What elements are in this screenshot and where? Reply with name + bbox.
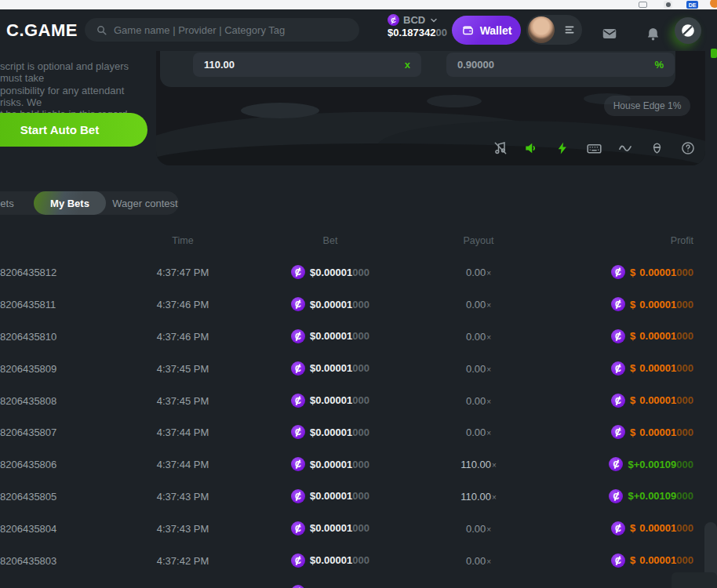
- wallet-button[interactable]: Wallet: [452, 16, 521, 45]
- avatar[interactable]: [528, 16, 555, 43]
- bcd-coin-icon: [611, 361, 625, 376]
- payout-input[interactable]: 110.00 x: [193, 53, 421, 77]
- bet-id: 8206435805: [0, 490, 56, 502]
- bet-row[interactable]: 8206435810 4:37:46 PM $0.00001000 0.00× …: [0, 321, 717, 353]
- question-icon: [680, 140, 696, 156]
- bet-row[interactable]: 8206435811 4:37:46 PM $0.00001000 0.00× …: [0, 289, 717, 321]
- bcd-coin-icon: [609, 489, 623, 503]
- bet-row[interactable]: 8206435803 4:37:42 PM $0.00001000 0.00× …: [0, 544, 717, 576]
- bet-amount-cell: $0.00001000: [291, 265, 369, 279]
- help-button[interactable]: [678, 138, 698, 158]
- column-header-bet: Bet: [295, 235, 366, 246]
- bet-id: 8206435811: [0, 299, 56, 310]
- circle-slash-icon: [679, 22, 697, 39]
- bcd-coin-icon: [611, 297, 625, 311]
- sound-toggle-button[interactable]: [521, 138, 541, 158]
- keyboard-icon: [586, 140, 602, 157]
- bet-amount-cell: $0.00001000: [291, 554, 369, 568]
- bet-payout-cell: 110.00×: [435, 459, 522, 470]
- bet-payout-cell: 0.00×: [435, 554, 522, 566]
- bet-amount-cell: [291, 585, 310, 588]
- multiplier-suffix: x: [405, 59, 410, 71]
- bet-row[interactable]: 8206435804 4:37:43 PM $0.00001000 0.00× …: [0, 512, 717, 544]
- user-menu[interactable]: [526, 15, 582, 45]
- chevron-down-icon: [429, 16, 439, 25]
- column-header-time: Time: [140, 235, 226, 246]
- acorn-icon: [650, 141, 664, 156]
- bet-profit-cell: $0.00001000: [611, 297, 693, 311]
- notifications-button[interactable]: [642, 23, 664, 45]
- stone-decoration: [427, 95, 482, 107]
- browser-extension-de-badge[interactable]: DE: [686, 1, 698, 9]
- bet-row[interactable]: 8206435808 4:37:45 PM $0.00001000 0.00× …: [0, 384, 717, 416]
- bcd-coin-icon: [291, 329, 305, 343]
- bet-id: 8206435803: [0, 554, 56, 566]
- browser-extension-icon[interactable]: [664, 1, 672, 9]
- browser-extension-icon[interactable]: [710, 0, 717, 8]
- column-header-payout: Payout: [435, 235, 522, 246]
- bet-profit-cell: $0.00001000: [611, 425, 693, 439]
- stone-decoration: [241, 103, 319, 118]
- bet-row[interactable]: 8206435807 4:37:44 PM $0.00001000 0.00× …: [0, 416, 717, 448]
- music-toggle-button[interactable]: [490, 138, 511, 158]
- bet-row[interactable]: 8206435805 4:37:43 PM $0.00001000 110.00…: [0, 481, 717, 513]
- bet-id: 8206435804: [0, 522, 56, 534]
- bcd-coin-icon: [291, 554, 305, 568]
- quick-action-button[interactable]: [675, 17, 701, 44]
- seeds-button[interactable]: [646, 138, 667, 158]
- bet-id: 8206435812: [0, 267, 56, 278]
- currency-selector[interactable]: BCD $0.18734200: [388, 14, 449, 46]
- bcd-coin-icon: [611, 554, 625, 568]
- bet-payout-cell: 0.00×: [435, 362, 522, 374]
- bcd-coin-icon: [291, 297, 305, 311]
- bet-amount-cell: $0.00001000: [291, 489, 369, 503]
- trends-button[interactable]: [615, 138, 635, 158]
- bet-profit-cell: $0.00001000: [611, 521, 693, 535]
- currency-code: BCD: [403, 14, 425, 26]
- start-auto-bet-button[interactable]: Start Auto Bet: [0, 113, 147, 147]
- bcd-coin-icon: [611, 329, 625, 343]
- search-input[interactable]: [114, 24, 348, 36]
- bet-amount-cell: $0.00001000: [291, 457, 369, 471]
- bet-payout-cell: 110.00×: [435, 490, 522, 502]
- bet-time: 4:37:44 PM: [140, 426, 226, 438]
- bet-time: 4:37:46 PM: [140, 330, 226, 342]
- bet-profit-cell: $0.00001000: [611, 265, 693, 279]
- browser-extension-icon[interactable]: [639, 2, 647, 8]
- bet-id: 8206435808: [0, 394, 56, 406]
- site-logo[interactable]: C.GAME: [6, 20, 78, 41]
- tab-all-bets[interactable]: ets: [0, 191, 22, 215]
- bet-profit-cell: $+0.00109000: [609, 457, 693, 471]
- bet-profit-cell: $0.00001000: [611, 329, 693, 343]
- envelope-icon: [601, 25, 618, 42]
- bet-amount-cell: $0.00001000: [291, 425, 369, 439]
- tab-wager-contest[interactable]: Wager contest: [107, 191, 183, 215]
- search-bar[interactable]: [85, 18, 359, 42]
- hotkeys-button[interactable]: [584, 138, 604, 158]
- bcd-coin-icon: [291, 361, 305, 376]
- wallet-icon: [461, 24, 475, 37]
- wallet-balance: $0.18734200: [388, 27, 449, 38]
- browser-toolbar-strip: DE: [0, 0, 717, 9]
- bet-payout-cell: 0.00×: [435, 426, 522, 438]
- bet-row[interactable]: 8206435809 4:37:45 PM $0.00001000 0.00× …: [0, 352, 717, 384]
- bet-inputs-panel: 110.00 x 0.90000 %: [160, 51, 675, 87]
- bet-profit-cell: $0.00001000: [611, 361, 693, 376]
- music-off-icon: [493, 140, 508, 156]
- bet-time: 4:37:45 PM: [140, 394, 226, 406]
- win-chance-input[interactable]: 0.90000 %: [446, 53, 675, 77]
- bet-id: 8206435806: [0, 459, 56, 470]
- bet-amount-cell: $0.00001000: [291, 361, 369, 376]
- bet-time: 4:37:47 PM: [140, 267, 226, 278]
- payout-value: 110.00: [204, 59, 235, 71]
- bcd-coin-icon: [291, 425, 305, 439]
- bet-row[interactable]: [0, 576, 717, 588]
- bcd-coin-icon: [291, 457, 305, 471]
- messages-button[interactable]: [599, 23, 621, 45]
- corner-widget: [672, 572, 717, 588]
- turbo-button[interactable]: [552, 138, 573, 158]
- bet-row[interactable]: 8206435812 4:37:47 PM $0.00001000 0.00× …: [0, 256, 717, 289]
- bet-amount-cell: $0.00001000: [291, 521, 369, 535]
- bet-row[interactable]: 8206435806 4:37:44 PM $0.00001000 110.00…: [0, 448, 717, 481]
- tab-my-bets[interactable]: My Bets: [34, 191, 106, 215]
